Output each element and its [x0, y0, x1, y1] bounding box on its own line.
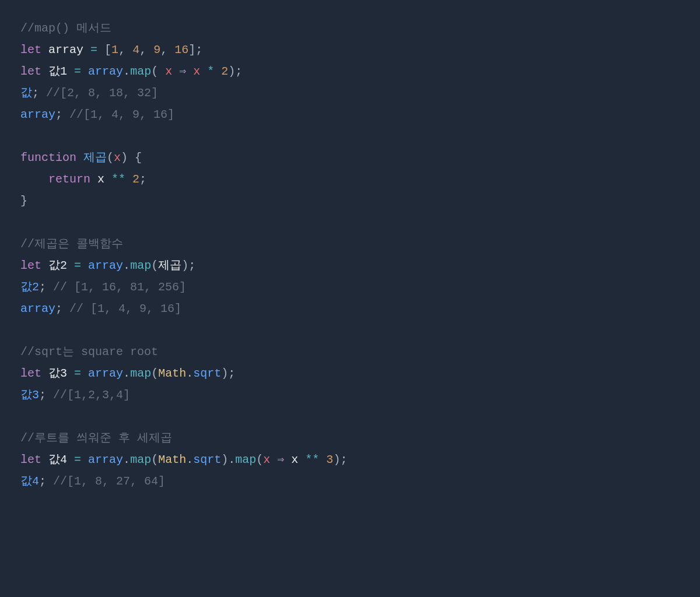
var-val2: 값2 — [20, 280, 39, 294]
comma: , — [118, 43, 132, 57]
comment-text: //[1,2,3,4] — [53, 388, 130, 402]
code-line-3: let 값1 = array.map( x ⇒ x * 2); — [20, 61, 680, 82]
comment-text: //루트를 씌워준 후 세제곱 — [20, 431, 172, 445]
code-line-blank — [20, 406, 680, 427]
equals-op: = — [74, 453, 81, 466]
comment-text: //sqrt는 square root — [20, 345, 158, 359]
var-val2: 값2 — [48, 259, 67, 272]
map-method: map — [235, 453, 256, 466]
comma: , — [139, 43, 153, 57]
dot: . — [123, 367, 130, 380]
var-val1: 값1 — [48, 65, 67, 78]
close-paren: ); — [228, 65, 242, 78]
let-keyword: let — [20, 367, 41, 380]
dot: . — [228, 453, 235, 466]
function-keyword: function — [20, 151, 76, 164]
equals-op: = — [74, 65, 81, 78]
open-paren: ( — [107, 151, 114, 164]
sqrt-prop: sqrt — [193, 367, 221, 380]
number-2: 2 — [132, 173, 139, 186]
var-val3: 값3 — [20, 388, 39, 402]
comment-text: //제곱은 콜백함수 — [20, 237, 123, 251]
code-line-1: //map() 메서드 — [20, 17, 680, 39]
comment-text: //[1, 4, 9, 16] — [69, 108, 174, 121]
equals-op: = — [74, 367, 81, 380]
param-x: x — [165, 65, 172, 78]
code-line-18: 값3; //[1,2,3,4] — [20, 384, 680, 406]
comment-text: // [1, 4, 9, 16] — [69, 302, 181, 315]
close-bracket: ]; — [188, 43, 202, 57]
dot: . — [123, 453, 130, 466]
map-method: map — [130, 65, 151, 78]
number-16: 16 — [174, 43, 188, 57]
close-paren: ); — [181, 259, 195, 272]
equals-op: = — [74, 259, 81, 272]
open-paren: ( — [151, 259, 158, 272]
comma: , — [160, 43, 174, 57]
code-line-20: //루트를 씌워준 후 세제곱 — [20, 427, 680, 449]
comment-text: // [1, 16, 81, 256] — [53, 280, 186, 294]
comment-text: //map() 메서드 — [20, 22, 111, 35]
semicolon: ; — [32, 86, 46, 100]
number-4: 4 — [132, 43, 139, 57]
array-ref: array — [88, 259, 123, 272]
sqrt-prop: sqrt — [193, 453, 221, 466]
number-1: 1 — [111, 43, 118, 57]
array-ref: array — [88, 367, 123, 380]
code-line-2: let array = [1, 4, 9, 16]; — [20, 39, 680, 61]
mult-op: * — [200, 65, 221, 78]
map-method: map — [130, 453, 151, 466]
close-paren: ); — [221, 367, 235, 380]
comment-text: //[1, 8, 27, 64] — [53, 475, 165, 488]
var-val3: 값3 — [48, 367, 67, 380]
power-op: ** — [298, 453, 326, 466]
var-val: 값 — [20, 86, 32, 100]
equals-op: = — [90, 43, 97, 57]
code-line-9: } — [20, 190, 680, 212]
semicolon: ; — [39, 475, 53, 488]
return-keyword: return — [48, 173, 90, 186]
map-method: map — [130, 367, 151, 380]
code-line-22: 값4; //[1, 8, 27, 64] — [20, 470, 680, 492]
arrow-op: ⇒ — [270, 453, 291, 466]
var-val4: 값4 — [20, 475, 39, 488]
let-keyword: let — [20, 453, 41, 466]
code-line-12: let 값2 = array.map(제곱); — [20, 255, 680, 276]
array-ref: array — [20, 108, 55, 121]
close-paren: ); — [333, 453, 347, 466]
code-line-5: array; //[1, 4, 9, 16] — [20, 104, 680, 125]
dot: . — [123, 65, 130, 78]
array-ref: array — [88, 65, 123, 78]
math-class: Math — [158, 367, 186, 380]
dot: . — [186, 367, 193, 380]
code-line-blank — [20, 212, 680, 233]
let-keyword: let — [20, 259, 41, 272]
code-editor[interactable]: //map() 메서드 let array = [1, 4, 9, 16]; l… — [20, 17, 680, 492]
dot: . — [123, 259, 130, 272]
close-paren-brace: ) { — [121, 151, 142, 164]
dot: . — [186, 453, 193, 466]
open-bracket: [ — [104, 43, 111, 57]
close-paren: ) — [221, 453, 228, 466]
code-line-14: array; // [1, 4, 9, 16] — [20, 298, 680, 319]
arrow-op: ⇒ — [172, 65, 193, 78]
code-line-21: let 값4 = array.map(Math.sqrt).map(x ⇒ x … — [20, 449, 680, 470]
semicolon: ; — [39, 280, 53, 294]
array-ref: array — [20, 302, 55, 315]
semicolon: ; — [55, 108, 69, 121]
var-x: x — [291, 453, 298, 466]
array-ref: array — [88, 453, 123, 466]
code-line-16: //sqrt는 square root — [20, 341, 680, 363]
open-paren: ( — [256, 453, 263, 466]
code-line-4: 값; //[2, 8, 18, 32] — [20, 82, 680, 104]
code-line-blank — [20, 125, 680, 147]
callback-name: 제곱 — [158, 259, 181, 272]
semicolon: ; — [55, 302, 69, 315]
let-keyword: let — [20, 65, 41, 78]
var-x: x — [90, 173, 104, 186]
code-line-13: 값2; // [1, 16, 81, 256] — [20, 276, 680, 298]
open-paren: ( — [151, 367, 158, 380]
var-array: array — [48, 43, 83, 57]
power-op: ** — [104, 173, 132, 186]
param-x: x — [193, 65, 200, 78]
